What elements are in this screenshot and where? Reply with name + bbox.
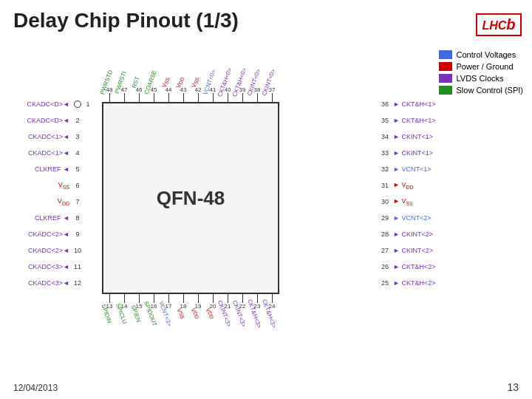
- pin-7-name: VDD: [13, 197, 72, 206]
- pin-19-line: [198, 294, 199, 303]
- pin-11-num: 11: [72, 263, 83, 270]
- pin-42-line: [198, 93, 199, 102]
- pin-28-name: ► CKINT<2>: [390, 231, 449, 238]
- page-number: 13: [507, 381, 519, 393]
- pin-row-10: CKADC<2>◄ 10: [13, 242, 93, 259]
- pin-col-37: CKINT<0> 37: [265, 43, 279, 102]
- pin-30-num: 30: [380, 198, 390, 205]
- chip-body: QFN-48: [102, 102, 279, 294]
- pin-33-num: 33: [380, 149, 390, 157]
- pin-35-num: 35: [380, 117, 390, 124]
- pin-11-name: CKADC<3>◄: [13, 263, 72, 270]
- pin-2-num: 2: [72, 117, 83, 124]
- pin-row-6: VSS 6: [13, 177, 93, 194]
- pin-37-line: [272, 93, 273, 102]
- pin-row-25: 25 ► CKT&H<2>: [380, 275, 449, 291]
- legend-item-lvds-clocks: LVDS Clocks: [439, 74, 523, 83]
- pin-13-line: [109, 294, 110, 303]
- pin-24-line: [272, 294, 273, 303]
- pin-38-line: [257, 93, 258, 102]
- pin-2-name: CKADC<D>◄: [13, 117, 72, 124]
- pin-32-name: ► VCNT<1>: [390, 166, 449, 173]
- chip-diagram: QFN-48 CKADC<D>◄ 1 CKADC<D>◄ 2 CKADC<1>◄…: [13, 43, 449, 353]
- pin-12-name: CKADC<3>◄: [13, 279, 72, 287]
- pin-row-12: CKADC<3>◄ 12: [13, 275, 93, 291]
- pin-35-name: ► CKT&H<1>: [390, 117, 449, 124]
- pin-9-name: CKADC<2>◄: [13, 231, 72, 238]
- pin-33-name: ► CKINT<1>: [390, 149, 449, 157]
- pin-29-name: ► VCNT<2>: [390, 214, 449, 222]
- pin-1-circle: [74, 100, 81, 108]
- pin-col-24: 24 CKT&H<3>: [265, 294, 279, 353]
- pin-43-line: [183, 93, 184, 102]
- pin-4-name: CKADC<1>◄: [13, 149, 72, 157]
- pin-6-num: 6: [72, 182, 83, 189]
- pin-20-line: [213, 294, 214, 303]
- pin-36-name: ► CKT&H<1>: [390, 100, 449, 108]
- pin-5-num: 5: [72, 166, 83, 173]
- legend-label-lvds-clocks: LVDS Clocks: [457, 74, 504, 83]
- pin-14-line: [124, 294, 125, 303]
- chip-name: QFN-48: [157, 187, 225, 210]
- pin-row-2: CKADC<D>◄ 2: [13, 112, 93, 129]
- pin-15-line: [139, 294, 140, 303]
- pins-left: CKADC<D>◄ 1 CKADC<D>◄ 2 CKADC<1>◄ 3 CKAD…: [13, 96, 93, 291]
- pin-47-line: [124, 93, 125, 102]
- pin-34-num: 34: [380, 133, 390, 140]
- legend-item-control-voltages: Control Voltages: [439, 50, 523, 59]
- pin-7-num: 7: [72, 198, 83, 205]
- pin-9-num: 9: [72, 231, 83, 238]
- pin-3-name: CKADC<1>◄: [13, 133, 72, 140]
- pin-1-num: 1: [83, 100, 93, 108]
- pin-row-35: 35 ► CKT&H<1>: [380, 112, 449, 129]
- pin-36-num: 36: [380, 100, 390, 108]
- pin-row-29: 29 ► VCNT<2>: [380, 210, 449, 226]
- pin-6-name: VSS: [13, 181, 72, 190]
- pin-32-num: 32: [380, 166, 390, 173]
- pin-row-31: 31 ► VDD: [380, 177, 449, 194]
- pin-17-line: [168, 294, 169, 303]
- date-label: 12/04/2013: [13, 383, 58, 393]
- pins-bottom: 13 SPIDIN 14 SPICLU 15 SPIEN 16 SPIDOUT …: [102, 294, 279, 353]
- pin-4-num: 4: [72, 149, 83, 157]
- pin-row-11: CKADC<3>◄ 11: [13, 259, 93, 275]
- pin-row-28: 28 ► CKINT<2>: [380, 226, 449, 242]
- pin-10-name: CKADC<2>◄: [13, 247, 72, 254]
- pin-8-num: 8: [72, 214, 83, 222]
- pins-right: 36 ► CKT&H<1> 35 ► CKT&H<1> 34 ► CKINT<1…: [380, 96, 449, 291]
- pin-row-32: 32 ► VCNT<1>: [380, 161, 449, 177]
- pin-row-4: CKADC<1>◄ 4: [13, 145, 93, 161]
- pin-18-line: [183, 294, 184, 303]
- pin-27-num: 27: [380, 247, 390, 254]
- pin-30-name: ► VSS: [390, 197, 449, 206]
- pin-16-line: [154, 294, 154, 303]
- pin-27-name: ► CKINT<2>: [390, 247, 449, 254]
- pin-44-line: [168, 93, 169, 102]
- pin-8-name: CLKREF ◄: [13, 214, 72, 222]
- pin-row-36: 36 ► CKT&H<1>: [380, 96, 449, 112]
- legend: Control Voltages Power / Ground LVDS Clo…: [439, 50, 523, 95]
- pin-10-num: 10: [72, 247, 83, 254]
- pin-row-34: 34 ► CKINT<1>: [380, 129, 449, 145]
- pin-25-num: 25: [380, 279, 390, 287]
- legend-item-power-ground: Power / Ground: [439, 62, 523, 71]
- pin-row-8: CLKREF ◄ 8: [13, 210, 93, 226]
- pin-row-3: CKADC<1>◄ 3: [13, 129, 93, 145]
- pin-31-num: 31: [380, 182, 390, 189]
- pin-34-name: ► CKINT<1>: [390, 133, 449, 140]
- pin-46-line: [139, 93, 140, 102]
- legend-label-control-voltages: Control Voltages: [457, 50, 516, 59]
- pin-row-7: VDD 7: [13, 194, 93, 210]
- pin-row-5: CLKREF ◄ 5: [13, 161, 93, 177]
- pin-row-33: 33 ► CKINT<1>: [380, 145, 449, 161]
- page-title: Delay Chip Pinout (1/3): [13, 9, 239, 33]
- pin-25-name: ► CKT&H<2>: [390, 279, 449, 287]
- pin-3-num: 3: [72, 133, 83, 140]
- legend-label-power-ground: Power / Ground: [457, 62, 514, 71]
- pin-45-line: [154, 93, 154, 102]
- pin-28-num: 28: [380, 231, 390, 238]
- pin-48-line: [109, 93, 110, 102]
- pin-row-30: 30 ► VSS: [380, 194, 449, 210]
- pin-5-name: CLKREF ◄: [13, 166, 72, 173]
- pin-31-name: ► VDD: [390, 181, 449, 190]
